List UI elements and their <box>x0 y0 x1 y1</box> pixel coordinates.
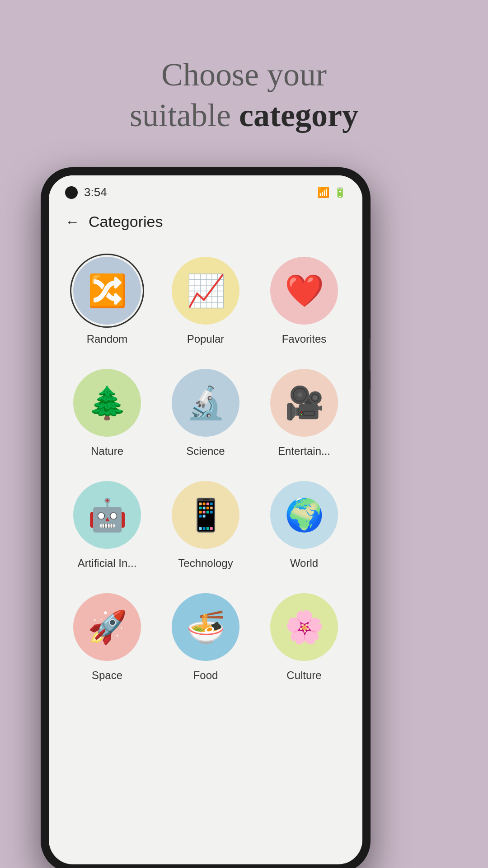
category-item-popular[interactable]: 📈Popular <box>156 246 255 358</box>
category-circle-random: 🔀 <box>73 257 141 325</box>
category-circle-popular: 📈 <box>172 257 239 325</box>
category-circle-technology: 📱 <box>172 481 239 549</box>
category-label-food: Food <box>193 669 218 682</box>
phone-screen: 3:54 📶 🔋 ← Categories 🔀Random📈Popular❤️F… <box>49 175 362 864</box>
category-circle-ai: 🤖 <box>73 481 141 549</box>
page-title: Categories <box>89 213 163 231</box>
phone-mockup: 3:54 📶 🔋 ← Categories 🔀Random📈Popular❤️F… <box>41 167 371 868</box>
category-circle-entertainment: 🎥 <box>270 369 338 437</box>
category-circle-space: 🚀 <box>73 593 141 661</box>
category-item-food[interactable]: 🍜Food <box>156 582 255 694</box>
status-time: 3:54 <box>84 185 107 199</box>
battery-icon: 🔋 <box>334 187 346 198</box>
page-headline: Choose your suitable category <box>0 0 488 163</box>
category-label-favorites: Favorites <box>282 333 327 345</box>
headline-line1: Choose your <box>161 57 327 93</box>
category-circle-favorites: ❤️ <box>270 257 338 325</box>
category-circle-nature: 🌲 <box>73 369 141 437</box>
status-bar: 3:54 📶 🔋 <box>49 175 362 204</box>
category-circle-science: 🔬 <box>172 369 239 437</box>
category-item-entertainment[interactable]: 🎥Entertain... <box>255 358 353 470</box>
category-item-ai[interactable]: 🤖Artificial In... <box>58 470 156 582</box>
category-label-random: Random <box>87 333 128 345</box>
categories-grid: 🔀Random📈Popular❤️Favorites🌲Nature🔬Scienc… <box>49 241 362 703</box>
category-item-favorites[interactable]: ❤️Favorites <box>255 246 353 358</box>
wifi-icon: 📶 <box>317 187 329 198</box>
app-header: ← Categories <box>49 204 362 241</box>
category-label-ai: Artificial In... <box>78 557 137 570</box>
front-camera <box>65 186 78 199</box>
headline-line2-normal: suitable <box>130 97 239 133</box>
category-label-culture: Culture <box>286 669 321 682</box>
category-label-popular: Popular <box>187 333 225 345</box>
category-item-culture[interactable]: 🌸Culture <box>255 582 353 694</box>
category-circle-world: 🌍 <box>270 481 338 549</box>
phone-side-button-2 <box>369 389 371 420</box>
back-button[interactable]: ← <box>65 213 80 230</box>
category-label-space: Space <box>92 669 122 682</box>
category-label-world: World <box>290 557 318 570</box>
category-label-technology: Technology <box>178 557 233 570</box>
category-item-world[interactable]: 🌍World <box>255 470 353 582</box>
category-item-technology[interactable]: 📱Technology <box>156 470 255 582</box>
category-item-space[interactable]: 🚀Space <box>58 582 156 694</box>
category-label-science: Science <box>186 445 225 458</box>
category-label-nature: Nature <box>91 445 123 458</box>
category-item-science[interactable]: 🔬Science <box>156 358 255 470</box>
category-circle-food: 🍜 <box>172 593 239 661</box>
category-item-random[interactable]: 🔀Random <box>58 246 156 358</box>
category-item-nature[interactable]: 🌲Nature <box>58 358 156 470</box>
category-label-entertainment: Entertain... <box>278 445 330 458</box>
status-icons: 📶 🔋 <box>317 187 346 198</box>
category-circle-culture: 🌸 <box>270 593 338 661</box>
headline-line2-bold: category <box>239 97 358 133</box>
phone-side-button <box>369 339 371 371</box>
